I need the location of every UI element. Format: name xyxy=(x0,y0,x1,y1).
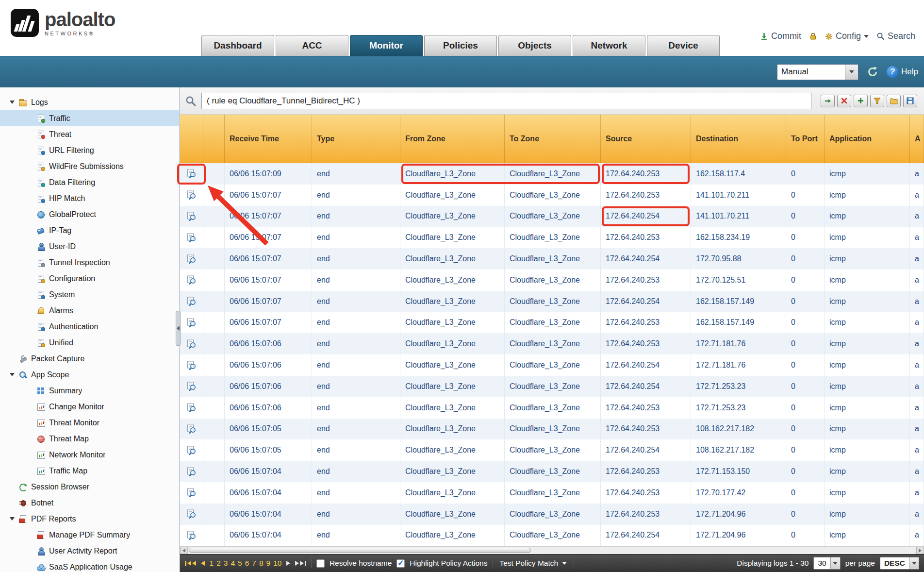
sidebar-item-hip-match[interactable]: HIP Match xyxy=(0,190,179,206)
page-number[interactable]: 10 xyxy=(273,559,281,568)
refresh-button[interactable] xyxy=(865,65,880,79)
log-detail-icon[interactable] xyxy=(187,212,197,221)
lock-button[interactable] xyxy=(809,32,817,40)
table-row[interactable]: 06/06 15:07:04 end Cloudflare_L3_Zone Cl… xyxy=(180,461,924,482)
log-detail-icon[interactable] xyxy=(187,403,197,412)
log-detail-icon[interactable] xyxy=(187,275,197,285)
expand-triangle-icon[interactable] xyxy=(10,373,15,376)
clear-filter-button[interactable] xyxy=(837,95,851,107)
column-from-zone[interactable]: From Zone xyxy=(400,115,505,163)
refresh-interval-caret[interactable] xyxy=(845,65,858,80)
column-receive-time[interactable]: Receive Time xyxy=(225,115,312,163)
scroll-right-button[interactable] xyxy=(916,547,924,554)
page-number[interactable]: 9 xyxy=(266,559,271,568)
log-detail-icon[interactable] xyxy=(187,424,197,434)
column-to-port[interactable]: To Port xyxy=(786,115,825,163)
sidebar-item-pdf-reports[interactable]: PDF Reports xyxy=(0,511,179,527)
log-detail-icon[interactable] xyxy=(187,297,197,306)
table-row[interactable]: 06/06 15:07:06 end Cloudflare_L3_Zone Cl… xyxy=(180,333,924,354)
log-detail-icon[interactable] xyxy=(187,169,197,178)
sidebar-item-configuration[interactable]: Configuration xyxy=(0,270,179,286)
help-button[interactable]: ? Help xyxy=(887,66,918,78)
table-row[interactable]: 06/06 15:07:07 end Cloudflare_L3_Zone Cl… xyxy=(180,227,924,248)
highlight-policy-actions-checkbox[interactable] xyxy=(396,559,405,568)
log-detail-icon[interactable] xyxy=(187,254,197,264)
sidebar-item-traffic[interactable]: Traffic xyxy=(0,110,179,126)
table-row[interactable]: 06/06 15:07:07 end Cloudflare_L3_Zone Cl… xyxy=(180,185,924,206)
log-filter-input[interactable] xyxy=(201,93,811,109)
column-action[interactable]: A xyxy=(910,115,924,163)
expand-triangle-icon[interactable] xyxy=(10,517,15,521)
page-number[interactable]: 1 xyxy=(210,559,214,568)
resolve-hostname-checkbox[interactable] xyxy=(316,559,325,568)
tab-network[interactable]: Network xyxy=(573,35,645,56)
search-button[interactable]: Search xyxy=(876,31,915,41)
edit-filter-button[interactable] xyxy=(870,95,884,107)
sidebar-item-network-monitor[interactable]: Network Monitor xyxy=(0,447,179,463)
sidebar-item-alarms[interactable]: Alarms xyxy=(0,303,179,319)
first-page-button[interactable] xyxy=(185,561,196,566)
sidebar-item-logs[interactable]: Logs xyxy=(0,94,179,110)
export-logs-button[interactable] xyxy=(903,95,917,107)
sidebar-item-threat-monitor[interactable]: Threat Monitor xyxy=(0,415,179,431)
log-detail-icon[interactable] xyxy=(187,509,197,519)
log-detail-icon[interactable] xyxy=(187,361,197,370)
tab-monitor[interactable]: Monitor xyxy=(350,35,423,56)
table-row[interactable]: 06/06 15:07:05 end Cloudflare_L3_Zone Cl… xyxy=(180,419,924,440)
log-detail-icon[interactable] xyxy=(187,382,197,391)
sidebar-item-data-filtering[interactable]: Data Filtering xyxy=(0,174,179,190)
tab-dashboard[interactable]: Dashboard xyxy=(201,35,274,56)
column-type[interactable]: Type xyxy=(312,115,400,163)
table-row[interactable]: 06/06 15:07:06 end Cloudflare_L3_Zone Cl… xyxy=(180,354,924,376)
page-number[interactable]: 6 xyxy=(245,559,249,568)
sidebar-collapse-handle[interactable] xyxy=(176,311,181,346)
sidebar-item-manage-pdf-summary[interactable]: Manage PDF Summary xyxy=(0,527,179,543)
log-detail-icon[interactable] xyxy=(187,467,197,476)
page-size-select[interactable]: 30 xyxy=(813,557,840,570)
table-row[interactable]: 06/06 15:07:06 end Cloudflare_L3_Zone Cl… xyxy=(180,376,924,397)
sidebar-item-user-activity-report[interactable]: User Activity Report xyxy=(0,543,179,559)
sidebar-item-threat-map[interactable]: Threat Map xyxy=(0,431,179,447)
page-number[interactable]: 8 xyxy=(259,559,264,568)
load-filter-button[interactable] xyxy=(887,95,901,107)
sort-order-select[interactable]: DESC xyxy=(880,557,919,570)
sidebar-item-url-filtering[interactable]: URL Filtering xyxy=(0,142,179,158)
page-number[interactable]: 7 xyxy=(252,559,256,568)
sidebar-item-wildfire-submissions[interactable]: WildFire Submissions xyxy=(0,158,179,174)
column-source[interactable]: Source xyxy=(601,115,691,163)
sidebar-item-packet-capture[interactable]: Packet Capture xyxy=(0,351,179,367)
refresh-interval-select[interactable]: Manual xyxy=(777,64,858,80)
tab-objects[interactable]: Objects xyxy=(498,35,571,56)
table-row[interactable]: 06/06 15:07:04 end Cloudflare_L3_Zone Cl… xyxy=(180,482,924,504)
expand-triangle-icon[interactable] xyxy=(10,101,15,104)
table-row[interactable]: 06/06 15:07:07 end Cloudflare_L3_Zone Cl… xyxy=(180,248,924,269)
commit-button[interactable]: Commit xyxy=(760,31,801,41)
page-number[interactable]: 3 xyxy=(224,559,228,568)
table-row[interactable]: 06/06 15:07:07 end Cloudflare_L3_Zone Cl… xyxy=(180,291,924,312)
log-detail-icon[interactable] xyxy=(187,318,197,327)
last-page-button[interactable] xyxy=(295,561,306,566)
tab-policies[interactable]: Policies xyxy=(424,35,497,56)
sidebar-item-app-scope[interactable]: App Scope xyxy=(0,367,179,383)
scroll-left-button[interactable] xyxy=(180,547,188,554)
sidebar-item-traffic-map[interactable]: Traffic Map xyxy=(0,463,179,479)
table-row[interactable]: 06/06 15:07:04 end Cloudflare_L3_Zone Cl… xyxy=(180,525,924,546)
add-filter-button[interactable] xyxy=(854,95,868,107)
sidebar-item-system[interactable]: System xyxy=(0,286,179,303)
next-page-button[interactable] xyxy=(286,561,290,566)
sidebar-item-globalprotect[interactable]: GlobalProtect xyxy=(0,206,179,222)
config-button[interactable]: Config xyxy=(825,31,869,41)
sidebar-item-unified[interactable]: Unified xyxy=(0,335,179,351)
log-detail-icon[interactable] xyxy=(187,339,197,349)
log-detail-icon[interactable] xyxy=(187,446,197,455)
sidebar-item-tunnel-inspection[interactable]: Tunnel Inspection xyxy=(0,254,179,270)
test-policy-match-button[interactable]: Test Policy Match xyxy=(493,557,575,569)
sidebar-item-summary[interactable]: Summary xyxy=(0,383,179,399)
log-detail-icon[interactable] xyxy=(187,488,197,497)
log-detail-icon[interactable] xyxy=(187,531,197,540)
table-row[interactable]: 06/06 15:07:05 end Cloudflare_L3_Zone Cl… xyxy=(180,439,924,461)
sidebar-item-authentication[interactable]: Authentication xyxy=(0,319,179,335)
column-destination[interactable]: Destination xyxy=(691,115,786,163)
table-row[interactable]: 06/06 15:07:09 end Cloudflare_L3_Zone Cl… xyxy=(180,163,924,185)
sidebar-item-saas-application-usage[interactable]: SaaS Application Usage xyxy=(0,559,179,572)
